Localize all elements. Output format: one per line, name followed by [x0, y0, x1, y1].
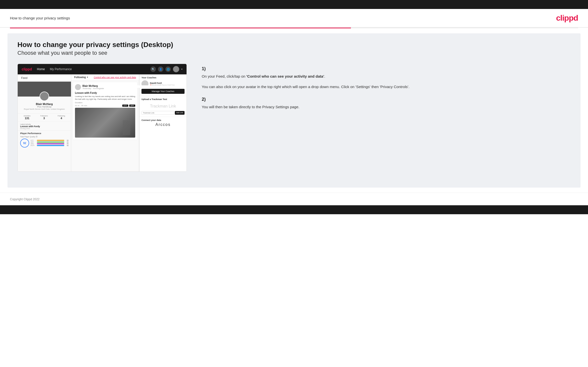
arg-bar	[37, 143, 64, 144]
step2-number: 2)	[202, 97, 571, 102]
trackman-section: Upload a Trackman Test Trackman Link Add…	[139, 96, 187, 117]
ott-label: OTT	[31, 140, 36, 141]
post-author-info: Blair McHarg Yesterday · Sunningdale	[82, 85, 104, 90]
ott-bar	[37, 140, 64, 141]
profile-handicap: Plus Handicap	[20, 105, 68, 108]
profile-club: Royal North Devon Golf Club, United King…	[20, 108, 68, 110]
post-duration-value: 01 hr : 30 min	[75, 105, 87, 107]
post-avatar	[75, 84, 81, 90]
bar-arg: ARG 86	[31, 143, 68, 145]
trackman-placeholder: Trackman Link	[141, 102, 185, 111]
latest-value: Lesson with Fordy	[20, 125, 68, 128]
tag-app: APP	[129, 105, 135, 107]
post-title: Lesson with Fordy	[75, 92, 135, 94]
coaches-title: Your Coaches	[141, 76, 185, 79]
following-bar: Following ▾ Control who can see your act…	[71, 74, 139, 80]
clippd-logo: clippd	[556, 13, 578, 23]
profile-header	[18, 82, 71, 97]
profile-stats: Activities 131 Followers 3 Following 4	[18, 113, 71, 121]
coach-club-text: Royal North Devon Golf Club	[152, 84, 175, 86]
header-title: How to change your privacy settings	[10, 16, 70, 20]
location-icon: 📍	[150, 85, 152, 86]
bar-putt: PUTT 96	[31, 145, 68, 146]
nav-my-performance[interactable]: My Performance	[50, 67, 72, 71]
search-icon[interactable]: 🔍	[150, 66, 156, 72]
main-content: How to change your privacy settings (Des…	[7, 33, 581, 188]
arg-label: ARG	[31, 143, 36, 145]
app-value: 85	[65, 141, 68, 143]
total-quality-label: Total Player Quality	[20, 136, 35, 138]
following-chevron: ▾	[87, 76, 88, 78]
coach-item: David Ford 📍 Royal North Devon Golf Club	[141, 80, 185, 87]
tag-ott: OTT	[122, 105, 128, 107]
arg-value: 86	[65, 143, 68, 145]
coach-info: David Ford 📍 Royal North Devon Golf Club	[150, 82, 175, 86]
post-tags: OTT APP	[122, 105, 135, 107]
page-header: How to change your privacy settings clip…	[0, 9, 588, 28]
coach-name: David Ford	[150, 82, 175, 84]
header-divider	[10, 28, 578, 28]
app-right-panel: Your Coaches David Ford 📍 Royal North De…	[139, 74, 187, 171]
following-value: 4	[58, 117, 65, 120]
trackman-title: Upload a Trackman Test	[141, 98, 185, 101]
ott-value: 90	[65, 140, 68, 141]
app-navbar: clippd Home My Performance 🔍 👤 🌐 ▾	[18, 64, 187, 74]
app-logo: clippd	[22, 67, 32, 71]
quality-circle: 92	[20, 139, 29, 148]
content-grid: clippd Home My Performance 🔍 👤 🌐 ▾ Feed	[17, 64, 571, 172]
globe-icon[interactable]: 🌐	[165, 66, 171, 72]
arccos-logo: Arccos	[141, 122, 185, 127]
trackman-input-row: Add Link	[141, 111, 185, 115]
activities-label: Activities	[24, 115, 31, 117]
page-heading: How to change your privacy settings (Des…	[17, 41, 571, 49]
post-duration-label: Duration	[75, 102, 135, 104]
trackman-input[interactable]	[141, 111, 174, 115]
avatar-chevron: ▾	[181, 68, 183, 70]
player-performance: Player Performance Total Player Quality …	[18, 130, 71, 149]
control-privacy-link[interactable]: Control who can see your activity and da…	[94, 76, 136, 79]
app-body: Feed Blair McHarg Plus Handicap Royal No…	[18, 74, 187, 171]
post-meta: Yesterday · Sunningdale	[82, 87, 104, 90]
latest-activity: Latest Activity Lesson with Fordy 03 Aug…	[18, 122, 71, 130]
performance-bars: OTT 90 APP 85 ARG	[31, 140, 68, 147]
step2-text: You will then be taken directly to the P…	[202, 104, 571, 110]
coaches-section: Your Coaches David Ford 📍 Royal North De…	[139, 74, 187, 96]
following-label: Following	[58, 115, 65, 117]
post-image	[75, 108, 135, 138]
connect-data-section: Connect your data Arccos	[139, 117, 187, 129]
stat-activities: Activities 131	[24, 115, 31, 120]
app-sidebar: Feed Blair McHarg Plus Handicap Royal No…	[18, 74, 71, 171]
info-icon: i	[36, 136, 38, 138]
post-duration-row: 01 hr : 30 min OTT APP	[75, 105, 135, 107]
nav-home[interactable]: Home	[37, 67, 45, 71]
pp-label: Player Performance	[20, 132, 68, 135]
nav-icons: 🔍 👤 🌐 ▾	[150, 66, 183, 72]
app-feed: Following ▾ Control who can see your act…	[71, 74, 139, 171]
connect-title: Connect your data	[141, 119, 185, 121]
app-mockup: clippd Home My Performance 🔍 👤 🌐 ▾ Feed	[17, 64, 187, 172]
latest-label: Latest Activity	[20, 123, 68, 125]
footer: Copyright Clippd 2022	[0, 193, 588, 205]
user-avatar[interactable]	[173, 66, 179, 72]
putt-bar	[37, 145, 64, 146]
putt-label: PUTT	[31, 145, 36, 146]
instruction-step1: 1) On your Feed, click/tap on 'Control w…	[202, 66, 571, 90]
app-label: APP	[31, 141, 36, 143]
coach-avatar	[141, 80, 148, 87]
feed-tab[interactable]: Feed	[18, 74, 71, 82]
quality-row: 92 OTT 90 APP 85	[20, 139, 68, 148]
instruction-step2: 2) You will then be taken directly to th…	[202, 97, 571, 110]
add-link-button[interactable]: Add Link	[175, 111, 185, 115]
person-icon[interactable]: 👤	[158, 66, 163, 72]
activities-value: 131	[24, 117, 31, 120]
stat-followers: Followers 3	[40, 115, 48, 120]
post-author-name: Blair McHarg	[82, 85, 104, 87]
followers-value: 3	[40, 117, 48, 120]
manage-coaches-button[interactable]: Manage Your Coaches	[141, 89, 185, 94]
copyright-text: Copyright Clippd 2022	[10, 198, 40, 201]
following-button[interactable]: Following ▾	[74, 76, 88, 79]
bar-app: APP 85	[31, 141, 68, 143]
bar-ott: OTT 90	[31, 140, 68, 141]
instructions-panel: 1) On your Feed, click/tap on 'Control w…	[197, 64, 571, 117]
stat-following: Following 4	[58, 115, 65, 120]
